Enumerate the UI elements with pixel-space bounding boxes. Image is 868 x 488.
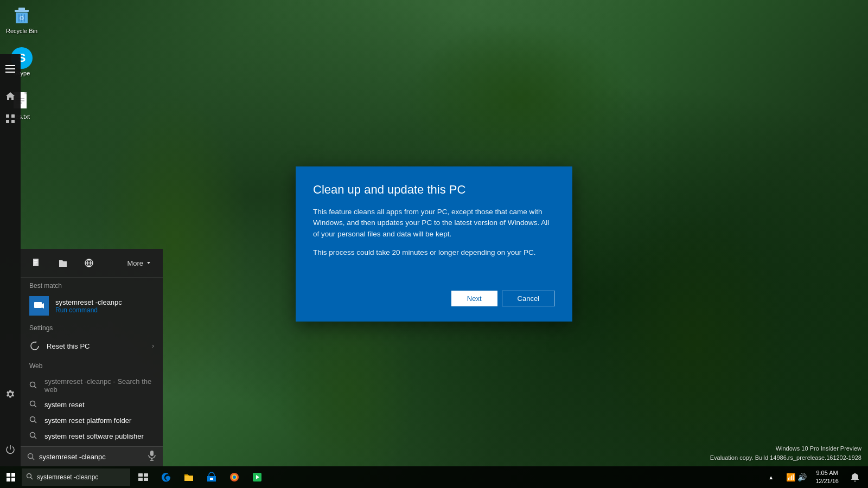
next-button[interactable]: Next <box>451 291 497 306</box>
dialog-buttons: Next Cancel <box>313 291 555 306</box>
clean-up-dialog: Clean up and update this PC This feature… <box>296 166 572 322</box>
dialog-body: This feature cleans all apps from your P… <box>313 207 555 240</box>
dialog-note: This process could take 20 minutes or lo… <box>313 247 555 258</box>
dialog-overlay: Clean up and update this PC This feature… <box>0 0 868 488</box>
cancel-button[interactable]: Cancel <box>502 291 555 306</box>
dialog-title: Clean up and update this PC <box>313 183 555 197</box>
